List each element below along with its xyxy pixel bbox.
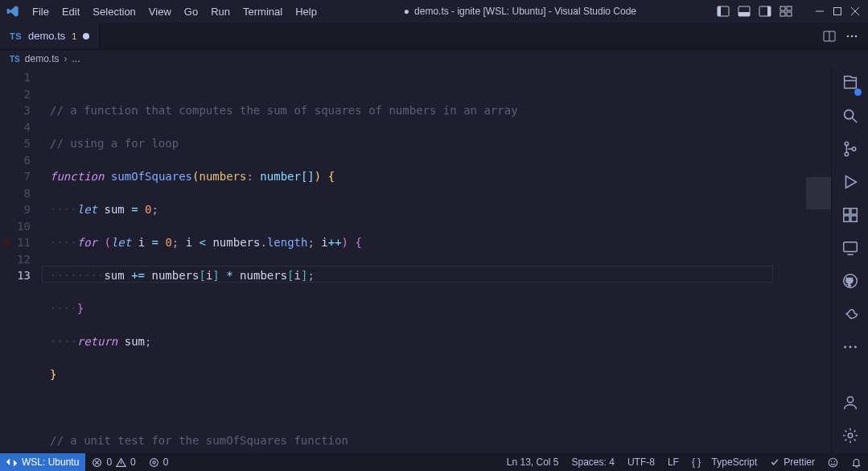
accounts-icon[interactable] xyxy=(841,394,859,414)
search-icon[interactable] xyxy=(841,107,859,127)
status-cursor-pos[interactable]: Ln 13, Col 5 xyxy=(500,453,566,471)
remote-explorer-icon[interactable] xyxy=(841,239,859,259)
svg-point-14 xyxy=(851,35,854,37)
breadcrumb[interactable]: TS demo.ts › ... xyxy=(0,50,868,68)
status-language[interactable]: { } TypeScript xyxy=(685,453,763,471)
svg-rect-1 xyxy=(718,6,721,16)
line-number[interactable]: 12 xyxy=(0,251,31,268)
menu-edit[interactable]: Edit xyxy=(56,2,86,21)
line-number[interactable]: 3 xyxy=(0,102,31,119)
live-share-icon[interactable] xyxy=(841,305,859,325)
line-number-current[interactable]: 13 xyxy=(0,267,31,284)
more-icon[interactable] xyxy=(841,338,859,358)
svg-point-38 xyxy=(831,461,832,461)
editor-main: 1 2 3 4 5 6 7 8 9 10 11 12 13 // a funct… xyxy=(0,68,868,453)
github-icon[interactable] xyxy=(841,272,859,292)
svg-point-31 xyxy=(847,397,853,403)
svg-rect-24 xyxy=(850,209,856,214)
svg-point-18 xyxy=(845,142,848,145)
menu-selection[interactable]: Selection xyxy=(86,2,142,21)
status-encoding[interactable]: UTF-8 xyxy=(621,453,661,471)
breadcrumb-file[interactable]: demo.ts xyxy=(25,53,60,64)
svg-rect-8 xyxy=(780,12,785,16)
line-number[interactable]: 11 xyxy=(0,234,31,251)
minimap[interactable] xyxy=(805,68,831,453)
explorer-icon[interactable] xyxy=(841,74,859,94)
svg-point-28 xyxy=(844,346,846,349)
status-remote[interactable]: WSL: Ubuntu xyxy=(0,453,85,471)
vscode-logo-icon xyxy=(6,5,19,18)
svg-point-16 xyxy=(844,110,853,119)
tab-modified-icon xyxy=(83,33,89,39)
breakpoint-hint-icon[interactable] xyxy=(3,239,10,246)
line-number[interactable]: 7 xyxy=(0,168,31,185)
menu-terminal[interactable]: Terminal xyxy=(237,2,289,21)
window-close-icon[interactable] xyxy=(850,6,860,16)
line-gutter[interactable]: 1 2 3 4 5 6 7 8 9 10 11 12 13 xyxy=(0,68,42,453)
svg-rect-9 xyxy=(787,12,792,16)
line-number[interactable]: 2 xyxy=(0,86,31,103)
svg-point-19 xyxy=(845,152,848,155)
more-actions-icon[interactable] xyxy=(845,30,858,43)
svg-point-15 xyxy=(855,35,858,37)
status-remote-label: WSL: Ubuntu xyxy=(22,457,79,468)
code-area[interactable]: // a function that computes the sum of s… xyxy=(42,68,805,453)
window-minimize-icon[interactable] xyxy=(815,6,825,16)
menu-run[interactable]: Run xyxy=(204,2,237,21)
status-prettier[interactable]: Prettier xyxy=(763,453,821,471)
window-title: ● demo.ts - ignite [WSL: Ubuntu] - Visua… xyxy=(323,6,717,17)
svg-point-39 xyxy=(834,461,835,461)
minimap-slider[interactable] xyxy=(806,177,831,209)
svg-rect-23 xyxy=(850,216,856,221)
typescript-file-icon: TS xyxy=(10,31,22,41)
status-eol[interactable]: LF xyxy=(661,453,685,471)
typescript-file-icon: TS xyxy=(10,55,20,64)
line-number[interactable]: 10 xyxy=(0,218,31,235)
line-number[interactable]: 8 xyxy=(0,185,31,202)
extensions-icon[interactable] xyxy=(841,206,859,226)
activity-bar xyxy=(831,68,868,453)
split-editor-icon[interactable] xyxy=(823,30,836,43)
svg-rect-7 xyxy=(787,6,792,10)
tab-problem-count: 1 xyxy=(72,31,76,41)
menu-file[interactable]: File xyxy=(26,2,56,21)
current-line-highlight xyxy=(42,266,773,283)
status-indent[interactable]: Spaces: 4 xyxy=(566,453,621,471)
line-number[interactable]: 5 xyxy=(0,135,31,152)
window-maximize-icon[interactable] xyxy=(833,6,842,16)
layout-panel-icon[interactable] xyxy=(738,5,751,18)
editor-tabs: TS demo.ts 1 xyxy=(0,23,868,50)
menu-view[interactable]: View xyxy=(142,2,178,21)
chevron-right-icon: › xyxy=(64,53,67,64)
menu-go[interactable]: Go xyxy=(178,2,204,21)
status-feedback-icon[interactable] xyxy=(821,453,845,471)
layout-sidebar-left-icon[interactable] xyxy=(717,5,730,18)
line-number[interactable]: 9 xyxy=(0,201,31,218)
menu-help[interactable]: Help xyxy=(289,2,323,21)
menu-bar: File Edit Selection View Go Run Terminal… xyxy=(26,2,323,21)
svg-rect-3 xyxy=(738,12,750,16)
line-number[interactable]: 1 xyxy=(0,69,31,86)
status-notifications-icon[interactable] xyxy=(845,453,868,471)
status-problems[interactable]: 0 0 xyxy=(85,453,142,471)
status-bar: WSL: Ubuntu 0 0 0 Ln 13, Col 5 Spaces: 4… xyxy=(0,453,868,471)
layout-sidebar-right-icon[interactable] xyxy=(759,5,771,18)
status-ports[interactable]: 0 xyxy=(142,453,175,471)
run-debug-icon[interactable] xyxy=(841,173,859,193)
svg-point-36 xyxy=(153,461,155,463)
tab-demo-ts[interactable]: TS demo.ts 1 xyxy=(0,23,100,49)
modified-dot-icon: ● xyxy=(404,6,409,17)
breadcrumb-more[interactable]: ... xyxy=(72,53,80,64)
svg-rect-21 xyxy=(843,209,849,214)
title-actions xyxy=(717,5,863,18)
svg-point-32 xyxy=(848,433,853,438)
line-number[interactable]: 4 xyxy=(0,119,31,136)
layout-customize-icon[interactable] xyxy=(780,5,792,18)
source-control-icon[interactable] xyxy=(841,140,859,160)
editor[interactable]: 1 2 3 4 5 6 7 8 9 10 11 12 13 // a funct… xyxy=(0,68,831,453)
svg-point-13 xyxy=(847,35,849,37)
svg-line-17 xyxy=(852,118,857,123)
line-number[interactable]: 6 xyxy=(0,152,31,169)
settings-gear-icon[interactable] xyxy=(841,427,859,447)
svg-point-30 xyxy=(854,346,856,349)
